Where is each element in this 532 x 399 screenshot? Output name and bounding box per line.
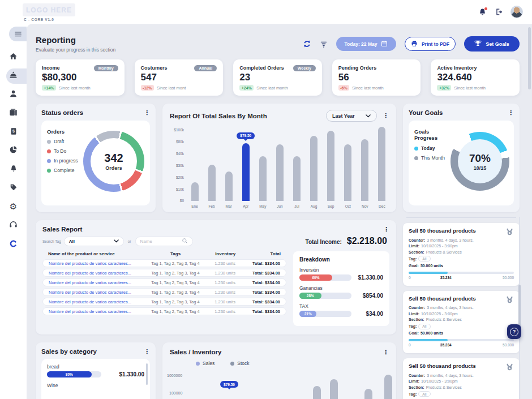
main-content: Reporting Evaluate your progress in this…: [27, 24, 532, 399]
sidebar-item-orders[interactable]: [0, 104, 27, 123]
menu-toggle-icon[interactable]: [9, 27, 27, 41]
logo-placeholder[interactable]: LOGO HERE: [23, 3, 75, 16]
page-scrollbar-thumb[interactable]: [528, 27, 531, 89]
kebab-menu-icon[interactable]: [383, 226, 389, 233]
bar-column[interactable]: [190, 128, 199, 201]
bell-icon[interactable]: [478, 8, 487, 16]
sidebar-item-settings[interactable]: ⚙: [0, 198, 27, 216]
sidebar-item-stats[interactable]: [0, 141, 27, 160]
table-row[interactable]: Nombre del producto de varios caracteres…: [42, 278, 286, 286]
bar-column[interactable]: [275, 128, 284, 201]
breakdown-label: Ganancias: [299, 285, 383, 291]
sidebar-item-support[interactable]: [0, 216, 27, 235]
bar-column[interactable]: [207, 128, 216, 201]
goal-card[interactable]: Sell 50 thousand products Counter:3 mont…: [403, 291, 520, 354]
table-row[interactable]: Nombre del producto de varios caracteres…: [42, 288, 286, 296]
legend-item: Today: [414, 145, 449, 151]
sidebar-item-alerts[interactable]: [0, 160, 27, 179]
sidebar-item-dishes[interactable]: [0, 67, 27, 85]
goal-card[interactable]: Sell 50 thousand products Counter:3 mont…: [403, 358, 520, 399]
breakdown-value: $34.00: [366, 311, 383, 317]
bar: [384, 375, 392, 399]
goal-scale-max: 50.000: [503, 343, 514, 347]
chevron-down-icon: [366, 113, 371, 119]
column-header[interactable]: Inventory: [207, 251, 244, 256]
print-pdf-button[interactable]: Print to PDF: [405, 37, 456, 51]
bar-column[interactable]: [258, 128, 267, 201]
bar-column[interactable]: [310, 128, 319, 201]
refresh-icon[interactable]: [303, 40, 311, 48]
category-scrollbar[interactable]: [146, 363, 148, 385]
set-goals-button[interactable]: Set Goals: [464, 36, 520, 52]
product-name-link[interactable]: Nombre del producto de varios caracteres…: [49, 271, 144, 276]
table-row[interactable]: Nombre del producto de varios caracteres…: [42, 259, 286, 267]
avatar[interactable]: [510, 6, 523, 18]
table-row[interactable]: Nombre del producto de varios caracteres…: [42, 307, 286, 315]
bar: [225, 171, 233, 201]
orders-label: Orders: [47, 128, 83, 135]
breakdown-bar-fill: 60%: [299, 274, 332, 281]
product-name-link[interactable]: Nombre del producto de varios caracteres…: [49, 299, 144, 304]
sidebar-item-users[interactable]: [0, 85, 27, 104]
goal-card[interactable]: Sell 50 thousand products Counter:3 mont…: [403, 223, 520, 286]
bar-column[interactable]: [327, 128, 336, 201]
tag-select[interactable]: All: [64, 237, 124, 246]
bar-column[interactable]: [361, 128, 370, 201]
goal-scale-max: 50.000: [503, 276, 514, 280]
product-name-link[interactable]: Nombre del producto de varios caracteres…: [49, 280, 144, 285]
y-axis: $100k$80k$40k$30k$20k$10k$0: [170, 128, 188, 203]
bar-column[interactable]: [292, 128, 301, 201]
table-row[interactable]: Nombre del producto de varios caracteres…: [42, 298, 286, 306]
breakdown-item: Ganancias 28% $854.00: [299, 285, 383, 299]
column-header[interactable]: Tags: [144, 251, 207, 256]
column-header[interactable]: Total: [244, 251, 281, 256]
name-search-input[interactable]: Name: [135, 237, 193, 246]
bar: [344, 144, 351, 201]
filter-icon[interactable]: [320, 40, 328, 48]
product-total: Total: $334.00: [243, 261, 280, 266]
legend-dot: [47, 169, 51, 173]
table-row[interactable]: Nombre del producto de varios caracteres…: [42, 269, 286, 277]
sidebar-item-ccore[interactable]: [0, 235, 27, 254]
bar-column[interactable]: [224, 128, 233, 201]
medal-icon: [505, 295, 514, 304]
breakdown-value: $854.00: [363, 293, 383, 299]
kebab-menu-icon[interactable]: [383, 349, 389, 355]
category-pct: 80%: [66, 372, 73, 376]
product-name-link[interactable]: Nombre del producto de varios caracteres…: [49, 309, 144, 314]
date-picker-button[interactable]: Today: 22 May: [336, 37, 396, 51]
orders-total-label: Orders: [105, 165, 122, 171]
kpi-delta-badge: +32%: [437, 85, 451, 91]
sales-inventory-card: Sales / Inventory Sales: [162, 342, 396, 399]
column-header[interactable]: Name of the product or service: [48, 251, 144, 256]
sidebar-item-home[interactable]: [0, 48, 27, 67]
goal-target: 50.000 units: [421, 331, 443, 335]
help-button[interactable]: ?: [507, 324, 521, 339]
goal-tag-pill[interactable]: All: [418, 391, 430, 397]
goal-tag-pill[interactable]: All: [418, 256, 430, 261]
kebab-menu-icon[interactable]: [144, 110, 150, 116]
goal-tag-pill[interactable]: All: [418, 324, 430, 329]
calendar-icon: [381, 40, 388, 48]
sidebar-item-invoices[interactable]: $: [0, 123, 27, 141]
legend-item: Draft: [47, 139, 83, 144]
product-name-link[interactable]: Nombre del producto de varios caracteres…: [49, 261, 144, 266]
bar-column[interactable]: [344, 128, 353, 201]
bar-column[interactable]: $79.50: [241, 128, 250, 201]
legend-dot: [47, 149, 51, 153]
product-total: Total: $334.00: [243, 271, 280, 276]
kebab-menu-icon[interactable]: [144, 349, 150, 355]
goal-section-label: Section:: [409, 385, 424, 389]
range-selector[interactable]: Last Year: [326, 110, 377, 122]
legend-dot: [414, 156, 418, 160]
product-name-link[interactable]: Nombre del producto de varios caracteres…: [49, 290, 144, 295]
kpi-title: Active Inventory: [437, 65, 477, 71]
logout-icon[interactable]: [495, 8, 503, 16]
breakdown-panel: Breakdown Inversión: [293, 251, 389, 326]
goal-section-label: Section:: [409, 318, 424, 321]
kebab-menu-icon[interactable]: [508, 110, 514, 116]
kebab-menu-icon[interactable]: [383, 113, 389, 119]
sidebar-item-tags[interactable]: [0, 179, 27, 198]
sales-inventory-title: Sales / Inventory: [170, 349, 221, 355]
bar-column[interactable]: [377, 128, 387, 201]
